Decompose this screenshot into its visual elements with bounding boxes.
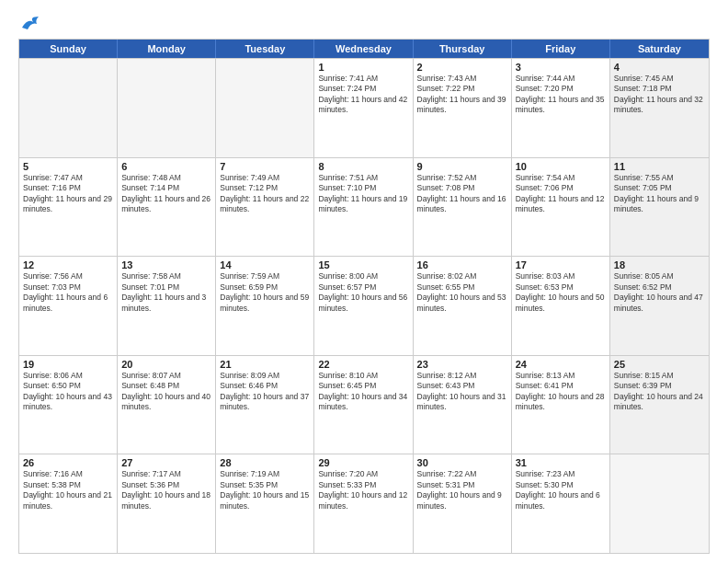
day-detail: Sunrise: 7:48 AM Sunset: 7:14 PM Dayligh… [121,173,211,215]
day-detail: Sunrise: 8:06 AM Sunset: 6:50 PM Dayligh… [23,371,113,413]
calendar-cell: 2Sunrise: 7:43 AM Sunset: 7:22 PM Daylig… [414,59,512,157]
weekday-header-friday: Friday [512,40,610,58]
day-number: 31 [516,457,606,468]
calendar-week-5: 26Sunrise: 7:16 AM Sunset: 5:38 PM Dayli… [19,454,709,553]
calendar: SundayMondayTuesdayWednesdayThursdayFrid… [18,39,710,554]
calendar-cell: 21Sunrise: 8:09 AM Sunset: 6:46 PM Dayli… [216,356,314,454]
day-detail: Sunrise: 7:51 AM Sunset: 7:10 PM Dayligh… [318,173,408,215]
calendar-cell: 29Sunrise: 7:20 AM Sunset: 5:33 PM Dayli… [314,454,413,553]
calendar-cell: 28Sunrise: 7:19 AM Sunset: 5:35 PM Dayli… [216,454,314,553]
day-detail: Sunrise: 8:07 AM Sunset: 6:48 PM Dayligh… [121,371,211,413]
day-detail: Sunrise: 7:41 AM Sunset: 7:24 PM Dayligh… [318,74,408,116]
calendar-cell: 1Sunrise: 7:41 AM Sunset: 7:24 PM Daylig… [314,59,413,157]
day-number: 27 [121,457,211,468]
day-detail: Sunrise: 7:47 AM Sunset: 7:16 PM Dayligh… [23,173,113,215]
calendar-cell: 22Sunrise: 8:10 AM Sunset: 6:45 PM Dayli… [314,356,413,454]
calendar-cell: 20Sunrise: 8:07 AM Sunset: 6:48 PM Dayli… [118,356,216,454]
calendar-cell: 8Sunrise: 7:51 AM Sunset: 7:10 PM Daylig… [314,158,413,257]
page: SundayMondayTuesdayWednesdayThursdayFrid… [0,0,728,563]
calendar-week-1: 1Sunrise: 7:41 AM Sunset: 7:24 PM Daylig… [19,58,709,157]
day-number: 7 [220,161,310,172]
day-detail: Sunrise: 8:02 AM Sunset: 6:55 PM Dayligh… [417,271,507,314]
calendar-cell: 14Sunrise: 7:59 AM Sunset: 6:59 PM Dayli… [216,257,314,355]
calendar-week-4: 19Sunrise: 8:06 AM Sunset: 6:50 PM Dayli… [19,355,709,454]
calendar-cell: 25Sunrise: 8:15 AM Sunset: 6:39 PM Dayli… [610,356,709,454]
day-detail: Sunrise: 7:17 AM Sunset: 5:36 PM Dayligh… [121,469,211,511]
day-number: 9 [417,161,507,172]
day-number: 3 [516,62,606,73]
day-number: 14 [220,259,310,270]
day-number: 19 [23,359,113,370]
day-detail: Sunrise: 7:56 AM Sunset: 7:03 PM Dayligh… [23,271,113,314]
day-detail: Sunrise: 7:49 AM Sunset: 7:12 PM Dayligh… [220,173,310,215]
logo [18,15,40,31]
day-number: 16 [417,259,507,270]
calendar-cell: 18Sunrise: 8:05 AM Sunset: 6:52 PM Dayli… [610,257,709,355]
calendar-cell [216,59,314,157]
day-number: 13 [121,259,211,270]
day-number: 4 [614,62,705,73]
day-number: 28 [220,457,310,468]
day-detail: Sunrise: 8:13 AM Sunset: 6:41 PM Dayligh… [516,371,606,413]
weekday-header-monday: Monday [118,40,216,58]
day-detail: Sunrise: 7:54 AM Sunset: 7:06 PM Dayligh… [516,173,606,215]
day-detail: Sunrise: 8:09 AM Sunset: 6:46 PM Dayligh… [220,371,310,413]
day-number: 12 [23,259,113,270]
day-detail: Sunrise: 8:10 AM Sunset: 6:45 PM Dayligh… [318,371,408,413]
day-detail: Sunrise: 7:16 AM Sunset: 5:38 PM Dayligh… [23,469,113,511]
logo-bird-icon [20,15,40,31]
weekday-header-tuesday: Tuesday [216,40,314,58]
day-number: 10 [516,161,606,172]
day-detail: Sunrise: 7:58 AM Sunset: 7:01 PM Dayligh… [121,271,211,314]
day-number: 29 [318,457,408,468]
calendar-cell: 4Sunrise: 7:45 AM Sunset: 7:18 PM Daylig… [610,59,709,157]
calendar-cell: 3Sunrise: 7:44 AM Sunset: 7:20 PM Daylig… [512,59,610,157]
calendar-body: 1Sunrise: 7:41 AM Sunset: 7:24 PM Daylig… [19,58,709,553]
day-number: 30 [417,457,507,468]
day-detail: Sunrise: 8:00 AM Sunset: 6:57 PM Dayligh… [318,271,408,314]
calendar-cell [118,59,216,157]
day-detail: Sunrise: 8:05 AM Sunset: 6:52 PM Dayligh… [614,271,705,314]
day-detail: Sunrise: 7:45 AM Sunset: 7:18 PM Dayligh… [614,74,705,116]
calendar-cell: 7Sunrise: 7:49 AM Sunset: 7:12 PM Daylig… [216,158,314,257]
day-number: 2 [417,62,507,73]
day-detail: Sunrise: 8:03 AM Sunset: 6:53 PM Dayligh… [516,271,606,314]
day-number: 1 [318,62,408,73]
day-number: 17 [516,259,606,270]
day-detail: Sunrise: 8:15 AM Sunset: 6:39 PM Dayligh… [614,371,705,413]
calendar-cell: 17Sunrise: 8:03 AM Sunset: 6:53 PM Dayli… [512,257,610,355]
day-number: 18 [614,259,705,270]
calendar-header: SundayMondayTuesdayWednesdayThursdayFrid… [19,40,709,58]
day-detail: Sunrise: 7:59 AM Sunset: 6:59 PM Dayligh… [220,271,310,314]
day-number: 22 [318,359,408,370]
day-number: 6 [121,161,211,172]
calendar-cell: 26Sunrise: 7:16 AM Sunset: 5:38 PM Dayli… [19,454,118,553]
day-number: 23 [417,359,507,370]
calendar-cell [610,454,709,553]
calendar-cell: 6Sunrise: 7:48 AM Sunset: 7:14 PM Daylig… [118,158,216,257]
calendar-cell: 24Sunrise: 8:13 AM Sunset: 6:41 PM Dayli… [512,356,610,454]
day-number: 11 [614,161,705,172]
header [18,15,710,31]
calendar-cell: 16Sunrise: 8:02 AM Sunset: 6:55 PM Dayli… [414,257,512,355]
day-number: 21 [220,359,310,370]
calendar-cell: 5Sunrise: 7:47 AM Sunset: 7:16 PM Daylig… [19,158,118,257]
weekday-header-saturday: Saturday [610,40,709,58]
calendar-cell: 11Sunrise: 7:55 AM Sunset: 7:05 PM Dayli… [610,158,709,257]
calendar-cell: 10Sunrise: 7:54 AM Sunset: 7:06 PM Dayli… [512,158,610,257]
day-detail: Sunrise: 7:23 AM Sunset: 5:30 PM Dayligh… [516,469,606,511]
day-detail: Sunrise: 7:43 AM Sunset: 7:22 PM Dayligh… [417,74,507,116]
calendar-week-2: 5Sunrise: 7:47 AM Sunset: 7:16 PM Daylig… [19,157,709,257]
calendar-cell [19,59,118,157]
day-detail: Sunrise: 7:22 AM Sunset: 5:31 PM Dayligh… [417,469,507,511]
day-number: 26 [23,457,113,468]
day-detail: Sunrise: 7:20 AM Sunset: 5:33 PM Dayligh… [318,469,408,511]
day-detail: Sunrise: 7:19 AM Sunset: 5:35 PM Dayligh… [220,469,310,511]
calendar-cell: 19Sunrise: 8:06 AM Sunset: 6:50 PM Dayli… [19,356,118,454]
calendar-cell: 9Sunrise: 7:52 AM Sunset: 7:08 PM Daylig… [414,158,512,257]
day-number: 8 [318,161,408,172]
calendar-cell: 27Sunrise: 7:17 AM Sunset: 5:36 PM Dayli… [118,454,216,553]
day-number: 20 [121,359,211,370]
day-number: 24 [516,359,606,370]
day-detail: Sunrise: 7:52 AM Sunset: 7:08 PM Dayligh… [417,173,507,215]
